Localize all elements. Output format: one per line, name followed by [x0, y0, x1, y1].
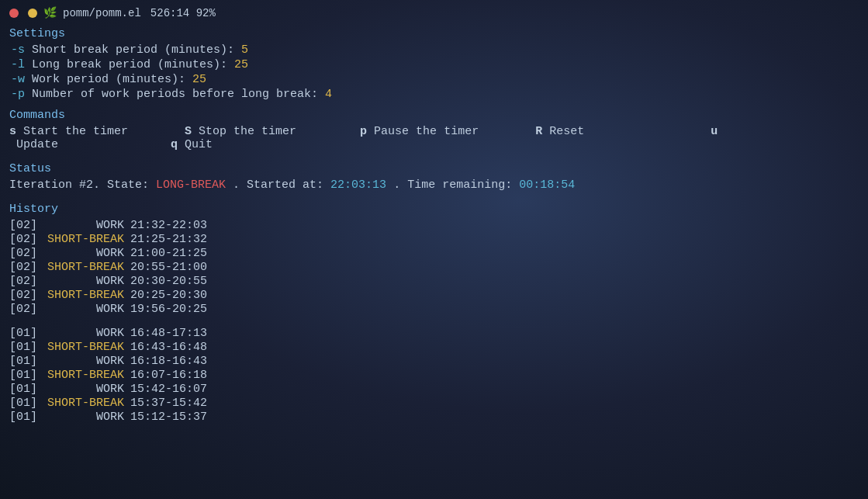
hist-type: SHORT-BREAK	[39, 341, 124, 354]
flag-l: -l	[11, 58, 25, 71]
hist-type: SHORT-BREAK	[39, 261, 124, 274]
dot-red-icon	[9, 9, 19, 18]
flag-s: -s	[11, 43, 25, 57]
hist-time: 16:07-16:18	[130, 369, 207, 382]
short-break-desc: Short break period (minutes):	[32, 43, 241, 57]
cmd-label-quit: Quit	[178, 138, 213, 151]
long-break-desc: Long break period (minutes):	[32, 58, 234, 71]
cmd-key-q[interactable]: q	[171, 138, 178, 151]
hist-time: 16:48-17:13	[130, 327, 207, 340]
hist-iter: [01]	[9, 397, 39, 410]
hist-iter: [01]	[9, 411, 39, 424]
title-bar: 🌿 pomm/pomm.el 526:14 92%	[9, 6, 859, 19]
table-row: [02]WORK19:56-20:25	[9, 303, 859, 316]
hist-iter: [02]	[9, 261, 39, 274]
cmd-key-R[interactable]: R	[535, 125, 542, 138]
history-label: History	[9, 203, 859, 216]
settings-section: Settings -s Short break period (minutes)…	[9, 27, 859, 101]
window-title: pomm/pomm.el	[63, 7, 141, 19]
cmd-key-p[interactable]: p	[360, 125, 367, 138]
hist-type: SHORT-BREAK	[39, 397, 124, 410]
history-section: History [02]WORK21:32-22:03[02]SHORT-BRE…	[9, 203, 859, 424]
hist-type: WORK	[39, 303, 124, 316]
hist-time: 15:37-15:42	[130, 397, 207, 410]
hist-time: 21:25-21:32	[130, 233, 207, 246]
hist-iter: [01]	[9, 341, 39, 354]
hist-type: WORK	[39, 327, 124, 340]
status-line: Iteration #2. State: LONG-BREAK . Starte…	[9, 178, 859, 192]
table-row: [01]SHORT-BREAK16:43-16:48	[9, 341, 859, 354]
hist-type: SHORT-BREAK	[39, 233, 124, 246]
hist-type: WORK	[39, 247, 124, 260]
commands-row: s Start the timer S Stop the timer p Pau…	[9, 125, 859, 151]
history-group-0: [02]WORK21:32-22:03[02]SHORT-BREAK21:25-…	[9, 219, 859, 316]
num-periods-val: 4	[325, 88, 332, 101]
table-row: [02]WORK21:32-22:03	[9, 219, 859, 232]
work-period-desc: Work period (minutes):	[32, 73, 192, 86]
progress-text: 526:14 92%	[150, 7, 216, 19]
dot-yellow-icon	[28, 9, 37, 18]
cmd-key-s[interactable]: s	[9, 125, 16, 138]
hist-type: WORK	[39, 355, 124, 368]
hist-iter: [01]	[9, 369, 39, 382]
setting-num-periods: -p Number of work periods before long br…	[11, 88, 859, 101]
table-row: [01]SHORT-BREAK15:37-15:42	[9, 397, 859, 410]
hist-iter: [01]	[9, 383, 39, 396]
commands-label: Commands	[9, 109, 859, 122]
hist-time: 19:56-20:25	[130, 303, 207, 316]
table-row: [02]SHORT-BREAK21:25-21:32	[9, 233, 859, 246]
cmd-label-start: Start the timer	[16, 125, 163, 138]
hist-iter: [02]	[9, 247, 39, 260]
hist-time: 21:32-22:03	[130, 219, 207, 232]
hist-iter: [02]	[9, 219, 39, 232]
setting-short-break: -s Short break period (minutes): 5	[11, 43, 859, 57]
state-value: LONG-BREAK	[156, 178, 226, 192]
hist-time: 15:12-15:37	[130, 411, 207, 424]
flag-p: -p	[11, 88, 25, 101]
hist-type: SHORT-BREAK	[39, 289, 124, 302]
time-remaining: 00:18:54	[519, 178, 575, 192]
remaining-prefix: . Time remaining:	[393, 178, 519, 192]
iteration-prefix: Iteration #2. State:	[9, 178, 156, 192]
hist-time: 20:25-20:30	[130, 289, 207, 302]
cmd-label-stop: Stop the timer	[192, 125, 338, 138]
hist-iter: [01]	[9, 327, 39, 340]
num-periods-desc: Number of work periods before long break…	[32, 88, 325, 101]
hist-type: SHORT-BREAK	[39, 369, 124, 382]
long-break-val: 25	[234, 58, 248, 71]
table-row: [02]WORK20:30-20:55	[9, 275, 859, 288]
hist-iter: [02]	[9, 233, 39, 246]
hist-time: 20:30-20:55	[130, 275, 207, 288]
hist-time: 16:18-16:43	[130, 355, 207, 368]
hist-iter: [02]	[9, 303, 39, 316]
cmd-key-S[interactable]: S	[185, 125, 192, 138]
hist-time: 21:00-21:25	[130, 247, 207, 260]
status-label: Status	[9, 162, 859, 175]
flag-w: -w	[11, 73, 25, 86]
started-prefix: . Started at:	[233, 178, 330, 192]
hist-iter: [02]	[9, 289, 39, 302]
status-section: Status Iteration #2. State: LONG-BREAK .…	[9, 162, 859, 192]
table-row: [01]WORK16:48-17:13	[9, 327, 859, 340]
table-row: [02]WORK21:00-21:25	[9, 247, 859, 260]
hist-type: WORK	[39, 411, 124, 424]
table-row: [02]SHORT-BREAK20:25-20:30	[9, 289, 859, 302]
hist-time: 16:43-16:48	[130, 341, 207, 354]
short-break-val: 5	[241, 43, 248, 57]
cmd-label-update: Update	[9, 138, 149, 151]
started-at: 22:03:13	[330, 178, 386, 192]
hist-type: WORK	[39, 275, 124, 288]
commands-section: Commands s Start the timer S Stop the ti…	[9, 109, 859, 151]
work-period-val: 25	[192, 73, 206, 86]
settings-label: Settings	[9, 27, 859, 40]
table-row: [01]WORK16:18-16:43	[9, 355, 859, 368]
setting-work-period: -w Work period (minutes): 25	[11, 73, 859, 86]
table-row: [01]WORK15:42-16:07	[9, 383, 859, 396]
table-row: [01]WORK15:12-15:37	[9, 411, 859, 424]
hist-time: 20:55-21:00	[130, 261, 207, 274]
table-row: [01]SHORT-BREAK16:07-16:18	[9, 369, 859, 382]
hist-type: WORK	[39, 383, 124, 396]
history-group-1: [01]WORK16:48-17:13[01]SHORT-BREAK16:43-…	[9, 327, 859, 424]
hist-iter: [01]	[9, 355, 39, 368]
cmd-key-u[interactable]: u	[711, 125, 718, 138]
